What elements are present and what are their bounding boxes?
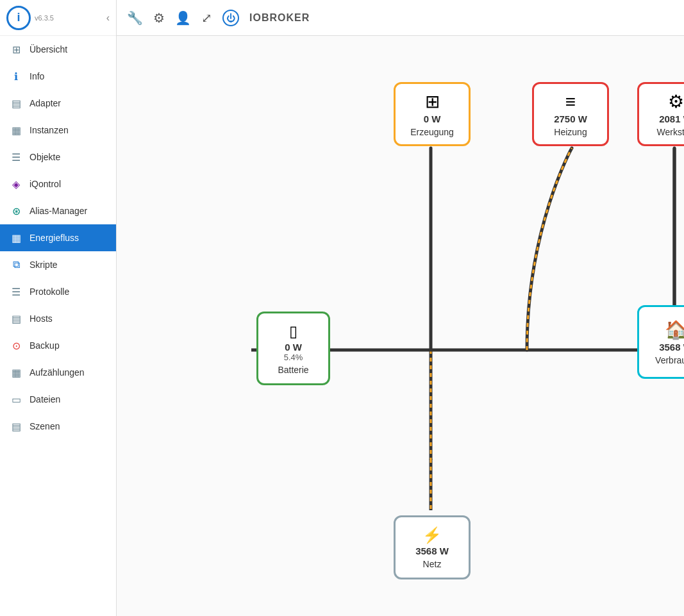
batterie-box[interactable]: ▯ 0 W 5.4% Batterie bbox=[256, 312, 330, 385]
alias-manager-icon: ⊛ bbox=[9, 204, 23, 218]
sidebar-item-hosts[interactable]: ▤Hosts bbox=[0, 305, 116, 332]
sidebar-item-szenen[interactable]: ▤Szenen bbox=[0, 413, 116, 440]
werkstatt-watts: 2081 W bbox=[659, 113, 684, 124]
heizung-label: Heizung bbox=[554, 127, 587, 137]
protokolle-icon: ☰ bbox=[9, 285, 23, 299]
sidebar-item-skripte[interactable]: ⧉Skripte bbox=[0, 251, 116, 278]
sidebar: i v6.3.5 ‹ ⊞ÜbersichtℹInfo▤Adapter▦Insta… bbox=[0, 0, 117, 616]
erzeugung-watts: 0 W bbox=[424, 113, 441, 124]
batterie-percent: 5.4% bbox=[284, 353, 303, 362]
sidebar-item-info[interactable]: ℹInfo bbox=[0, 63, 116, 90]
netz-label: Netz bbox=[423, 559, 442, 569]
sidebar-item-objekte[interactable]: ☰Objekte bbox=[0, 144, 116, 171]
heizung-box[interactable]: ≡ 2750 W Heizung bbox=[532, 82, 609, 146]
adapter-label: Adapter bbox=[29, 98, 61, 108]
main-area: 🔧 ⚙ 👤 ⤢ ⏻ IOBROKER bbox=[117, 0, 684, 616]
sidebar-item-adapter[interactable]: ▤Adapter bbox=[0, 90, 116, 117]
skripte-icon: ⧉ bbox=[9, 258, 23, 272]
netz-watts: 3568 W bbox=[415, 545, 449, 556]
werkstatt-icon: ⚙ bbox=[668, 91, 684, 112]
sidebar-item-dateien[interactable]: ▭Dateien bbox=[0, 386, 116, 413]
sidebar-item-protokolle[interactable]: ☰Protokolle bbox=[0, 278, 116, 305]
verbrauch-label: Verbrauch bbox=[655, 355, 684, 365]
verbrauch-icon: 🏠 bbox=[665, 319, 685, 340]
topbar: 🔧 ⚙ 👤 ⤢ ⏻ IOBROKER bbox=[117, 0, 684, 36]
batterie-icon: ▯ bbox=[289, 322, 297, 340]
netz-icon: ⚡ bbox=[422, 526, 442, 544]
app-version: v6.3.5 bbox=[35, 14, 54, 22]
energiefluss-label: Energiefluss bbox=[29, 233, 79, 243]
werkstatt-label: Werkstatt bbox=[657, 127, 684, 137]
power-icon[interactable]: ⏻ bbox=[222, 10, 239, 26]
wrench-icon[interactable]: 🔧 bbox=[127, 10, 143, 26]
werkstatt-box[interactable]: ⚙ 2081 W Werkstatt bbox=[637, 82, 684, 146]
erzeugung-label: Erzeugung bbox=[410, 127, 454, 137]
user-icon[interactable]: 👤 bbox=[175, 10, 191, 26]
sidebar-item-energiefluss[interactable]: ▦Energiefluss bbox=[0, 224, 116, 251]
backup-label: Backup bbox=[29, 340, 60, 351]
heizung-icon: ≡ bbox=[565, 92, 576, 112]
sidebar-header: i v6.3.5 ‹ bbox=[0, 0, 116, 36]
backup-icon: ⊙ bbox=[9, 338, 23, 353]
energiefluss-icon: ▦ bbox=[9, 231, 23, 245]
sidebar-item-iqontrol[interactable]: ◈iQontrol bbox=[0, 171, 116, 197]
dateien-label: Dateien bbox=[29, 394, 60, 404]
topbar-title: IOBROKER bbox=[249, 12, 310, 24]
netz-box[interactable]: ⚡ 3568 W Netz bbox=[394, 515, 471, 579]
iqontrol-label: iQontrol bbox=[29, 179, 61, 189]
heizung-watts: 2750 W bbox=[554, 113, 587, 124]
adapter-icon: ▤ bbox=[9, 96, 23, 110]
sidebar-item-instanzen[interactable]: ▦Instanzen bbox=[0, 117, 116, 144]
verbrauch-box[interactable]: 🏠 3568 W Verbrauch bbox=[637, 305, 684, 379]
sidebar-item-aufzahlungen[interactable]: ▦Aufzählungen bbox=[0, 359, 116, 386]
batterie-label: Batterie bbox=[278, 365, 308, 375]
erzeugung-icon: ⊞ bbox=[425, 91, 440, 112]
hosts-icon: ▤ bbox=[9, 312, 23, 326]
erzeugung-box[interactable]: ⊞ 0 W Erzeugung bbox=[394, 82, 471, 146]
verbrauch-watts: 3568 W bbox=[659, 342, 684, 353]
aufzahlungen-label: Aufzählungen bbox=[29, 367, 85, 378]
nav-list: ⊞ÜbersichtℹInfo▤Adapter▦Instanzen☰Objekt… bbox=[0, 36, 116, 440]
canvas-area: Restzeit: --:--h ⊞ 0 W Erzeugung ≡ 2750 … bbox=[117, 36, 684, 616]
iqontrol-icon: ◈ bbox=[9, 177, 23, 191]
instanzen-icon: ▦ bbox=[9, 123, 23, 137]
ubersicht-icon: ⊞ bbox=[9, 42, 23, 56]
alias-manager-label: Alias-Manager bbox=[29, 206, 87, 216]
szenen-label: Szenen bbox=[29, 421, 60, 431]
hosts-label: Hosts bbox=[29, 313, 53, 324]
app-logo: i bbox=[6, 6, 31, 30]
sidebar-item-alias-manager[interactable]: ⊛Alias-Manager bbox=[0, 197, 116, 224]
skripte-label: Skripte bbox=[29, 260, 58, 270]
settings-icon[interactable]: ⚙ bbox=[153, 10, 165, 26]
sidebar-item-ubersicht[interactable]: ⊞Übersicht bbox=[0, 36, 116, 63]
ubersicht-label: Übersicht bbox=[29, 44, 67, 54]
aufzahlungen-icon: ▦ bbox=[9, 365, 23, 379]
objekte-label: Objekte bbox=[29, 152, 60, 162]
sidebar-item-backup[interactable]: ⊙Backup bbox=[0, 332, 116, 359]
batterie-watts: 0 W bbox=[285, 342, 302, 353]
protokolle-label: Protokolle bbox=[29, 287, 69, 297]
info-label: Info bbox=[29, 71, 44, 81]
info-icon: ℹ bbox=[9, 69, 23, 83]
sidebar-collapse-button[interactable]: ‹ bbox=[106, 12, 110, 24]
objekte-icon: ☰ bbox=[9, 150, 23, 164]
instanzen-label: Instanzen bbox=[29, 125, 69, 135]
szenen-icon: ▤ bbox=[9, 419, 23, 433]
resize-icon[interactable]: ⤢ bbox=[201, 10, 212, 26]
dateien-icon: ▭ bbox=[9, 392, 23, 406]
